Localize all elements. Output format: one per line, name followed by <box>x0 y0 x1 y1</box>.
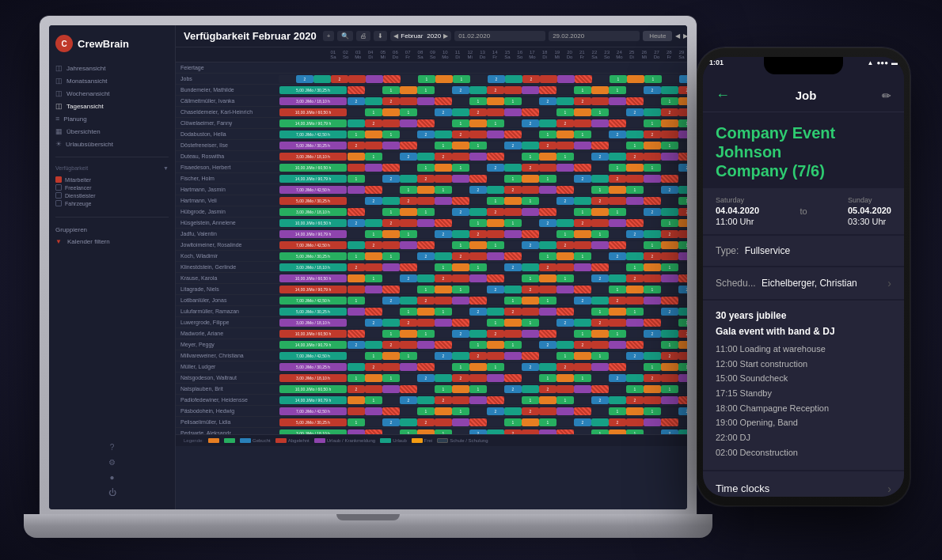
schedule-item: 02:00 Deconstruction <box>716 445 891 460</box>
grid-rows: FeiertageJobs2211221122Bundemeier, Mathi… <box>176 62 687 434</box>
sidebar-item-ubersichten[interactable]: ▦ Übersichten <box>49 125 175 138</box>
jubilee-text: 30 years jubilee <box>716 310 891 321</box>
main-content: Verfügbarkeit Februar 2020 + 🔍 🖨 ⬇ ◀ Feb… <box>176 25 687 509</box>
sidebar-item-monatsansicht[interactable]: ◫ Monatsansicht <box>49 74 175 87</box>
sidebar-item-urlaubsubersicht[interactable]: ☀ Urlaubsübersicht <box>49 138 175 150</box>
sidebar-item-gruppieren[interactable]: Gruppieren <box>49 224 175 236</box>
legend-item: Frei <box>412 438 432 443</box>
checkbox-freelancer[interactable] <box>55 184 62 191</box>
logo-icon: C <box>55 35 73 52</box>
header-controls: + 🔍 🖨 ⬇ ◀ Februar 2020 ▶ <box>323 31 687 41</box>
day-col: 04Di <box>365 50 376 59</box>
phone-body: 1:01 ▲ ●●● ▬ ← Job ✏ Company Even <box>697 47 910 506</box>
divider <box>55 217 169 218</box>
day-col: 29Sa <box>676 50 687 59</box>
filter-fahrzeuge[interactable]: Fahrzeuge <box>55 199 169 207</box>
table-row: Hartmann, Veli5,00 J/Mo / 30,25 h2211221… <box>176 195 687 206</box>
power-icon[interactable]: ⏻ <box>49 485 175 500</box>
legend-color <box>314 438 325 443</box>
settings-icon[interactable]: ⚙ <box>49 455 175 470</box>
table-row: Padlofedewiner, Heidensse14,00 J/Mo / 90… <box>176 395 687 406</box>
user-icon[interactable]: ● <box>49 470 175 485</box>
phone-header-title: Job <box>796 89 817 102</box>
prev-month[interactable]: ◀ <box>393 32 398 40</box>
legend-color <box>437 438 448 443</box>
nav-right[interactable]: ▶ <box>683 32 687 40</box>
type-label: Type: Fullservice <box>716 245 790 256</box>
schedule-section[interactable]: Schedu... Eichelberger, Christian › <box>703 267 904 299</box>
datetime-to: Sunday 05.04.2020 03:30 Uhr <box>848 196 891 226</box>
table-row: Pelisaelimüller, Lidia5,00 J/Mo / 30,25 … <box>176 417 687 428</box>
table-row: Jobs2211221122 <box>176 74 687 85</box>
day-col: 10Mo <box>439 50 450 59</box>
legend-color <box>208 438 219 443</box>
table-row: Cällmeitmüller, Ivanka3,00 J/Mo / 18,10 … <box>176 96 687 107</box>
schedule-item: 12:00 Start construction <box>716 357 891 372</box>
battery-icon: ▬ <box>891 59 898 66</box>
date-from-input[interactable] <box>454 31 545 41</box>
day-col: 13Do <box>477 50 488 59</box>
date-to-input[interactable] <box>549 31 640 41</box>
sidebar-item-planung[interactable]: ≡ Planung <box>49 112 175 125</box>
nav-left[interactable]: ◀ <box>675 32 680 40</box>
checkbox-fahrzeuge[interactable] <box>55 200 62 206</box>
main-title: Verfügbarkeit Februar 2020 <box>184 30 317 42</box>
schedule-item: 22:00 DJ <box>716 430 891 445</box>
year-label: 2020 <box>427 32 441 40</box>
zoom-button[interactable]: 🔍 <box>337 31 353 41</box>
sidebar-item-wochenansicht[interactable]: ◫ Wochenansicht <box>49 87 175 100</box>
next-month[interactable]: ▶ <box>443 32 448 40</box>
back-button[interactable]: ← <box>716 87 730 104</box>
day-col: 23So <box>602 50 613 59</box>
filter-dienstleister[interactable]: Dienstleister <box>55 191 169 199</box>
table-row: Lulufarmüller, Ramazan5,00 J/Mo / 30,25 … <box>176 306 687 317</box>
beach-icon: ☀ <box>55 140 62 148</box>
day-col: 27Do <box>651 50 663 59</box>
add-button[interactable]: + <box>323 31 335 41</box>
day-col: 01Sa <box>328 50 339 59</box>
month-nav: ◀ Februar 2020 ▶ <box>390 31 451 41</box>
table-row: Hüsgelstein, Annelene10,00 J/Mo / 60,50 … <box>176 218 687 229</box>
help-icon[interactable]: ? <box>49 440 175 455</box>
schedule-label: Schedu... Eichelberger, Christian <box>716 278 857 289</box>
checkbox-mitarbeiter[interactable] <box>55 176 62 183</box>
calendar-icon: ◫ <box>55 102 63 110</box>
phone-content: Company Event Johnson Company (7/6) Satu… <box>703 112 904 497</box>
legend-color <box>275 438 287 443</box>
filter-mitarbeiter[interactable]: Mitarbeiter <box>55 176 169 184</box>
day-col: 11Di <box>452 50 463 59</box>
day-col: 14Fr <box>489 50 500 59</box>
schedule-item: 11:00 Loading at warehouse <box>716 342 891 357</box>
today-button[interactable]: Heute <box>643 31 672 41</box>
table-row: Fisaedeson, Herbert10,00 J/Mo / 60,50 h1… <box>176 162 687 173</box>
type-section: Type: Fullservice <box>703 236 904 266</box>
print-button[interactable]: 🖨 <box>356 31 370 41</box>
edit-button[interactable]: ✏ <box>882 89 891 102</box>
day-col: 18Di <box>539 50 550 59</box>
table-row: Pedswrte, Aleksandr3,00 J/Mo / 18,10 h11… <box>176 428 687 434</box>
laptop-screen: C CrewBrain ◫ Jahresansicht ◫ Monatsansi… <box>40 16 697 516</box>
sidebar-item-tagesansicht[interactable]: ◫ Tagesansicht <box>49 100 175 112</box>
table-row: Krause, Karola10,00 J/Mo / 60,50 h122112… <box>176 273 687 284</box>
legend-item: Schule / Schulung <box>437 438 488 443</box>
filter-freelancer[interactable]: Freelancer <box>55 184 169 191</box>
table-row: Meyer, Peggy14,00 J/Mo / 90,79 h22112211… <box>176 339 687 350</box>
laptop: C CrewBrain ◫ Jahresansicht ◫ Monatsansi… <box>24 16 712 538</box>
day-col: 24Mo <box>614 50 625 59</box>
time-clocks-row[interactable]: Time clocks › <box>703 471 904 498</box>
day-col: 12Mi <box>465 50 476 59</box>
table-row: Natsgodeson, Waltraut3,00 J/Mo / 18,10 h… <box>176 373 687 384</box>
sidebar-item-kalenderfilter[interactable]: ▼ Kalender filtern <box>49 236 175 248</box>
table-row: Litagrade, Niels14,00 J/Mo / 90,79 h1122… <box>176 284 687 295</box>
checkbox-dienstleister[interactable] <box>55 192 62 199</box>
schedule-item: 17:15 Standby <box>716 386 891 401</box>
calendar-icon: ◫ <box>55 77 63 85</box>
month-label: Februar <box>401 32 423 40</box>
day-col: 05Mi <box>378 50 389 59</box>
day-col: 02So <box>340 50 351 59</box>
day-col: 22Sa <box>589 50 600 59</box>
table-row: Dodabuston, Hella7,00 J/Mo / 42,50 h1122… <box>176 129 687 140</box>
download-button[interactable]: ⬇ <box>374 31 387 41</box>
wifi-icon: ▲ <box>868 59 874 66</box>
sidebar-item-jahresansicht[interactable]: ◫ Jahresansicht <box>49 62 175 74</box>
